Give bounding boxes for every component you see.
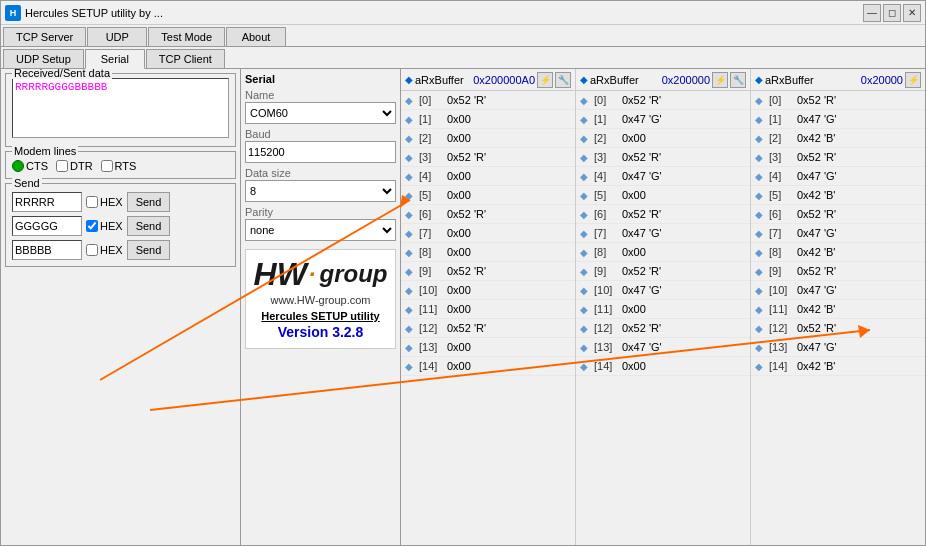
table-row[interactable]: ◆[4]0x00 (401, 167, 575, 186)
table-row[interactable]: ◆[5]0x00 (576, 186, 750, 205)
table-row[interactable]: ◆[8]0x00 (576, 243, 750, 262)
col-icon-1: ◆ (580, 74, 588, 85)
tab-udp-setup[interactable]: UDP Setup (3, 49, 84, 68)
table-row[interactable]: ◆[3]0x52 'R' (401, 148, 575, 167)
table-row[interactable]: ◆[13]0x00 (401, 338, 575, 357)
data-rows-0: ◆[0]0x52 'R'◆[1]0x00◆[2]0x00◆[3]0x52 'R'… (401, 91, 575, 545)
col-tool-icon-lightning-2[interactable]: ⚡ (905, 72, 921, 88)
row-diamond-icon: ◆ (405, 304, 415, 315)
table-row[interactable]: ◆[5]0x42 'B' (751, 186, 925, 205)
table-row[interactable]: ◆[7]0x47 'G' (576, 224, 750, 243)
table-row[interactable]: ◆[9]0x52 'R' (751, 262, 925, 281)
table-row[interactable]: ◆[12]0x52 'R' (751, 319, 925, 338)
table-row[interactable]: ◆[11]0x00 (401, 300, 575, 319)
send-input-3[interactable] (12, 240, 82, 260)
table-row[interactable]: ◆[14]0x00 (401, 357, 575, 376)
close-button[interactable]: ✕ (903, 4, 921, 22)
table-row[interactable]: ◆[5]0x00 (401, 186, 575, 205)
table-row[interactable]: ◆[2]0x00 (576, 129, 750, 148)
row-diamond-icon: ◆ (755, 152, 765, 163)
row-diamond-icon: ◆ (580, 152, 590, 163)
table-row[interactable]: ◆[7]0x00 (401, 224, 575, 243)
table-row[interactable]: ◆[2]0x00 (401, 129, 575, 148)
table-row[interactable]: ◆[6]0x52 'R' (751, 205, 925, 224)
send-input-2[interactable] (12, 216, 82, 236)
row-diamond-icon: ◆ (580, 304, 590, 315)
table-row[interactable]: ◆[8]0x42 'B' (751, 243, 925, 262)
datasize-label: Data size (245, 167, 396, 179)
table-row[interactable]: ◆[14]0x42 'B' (751, 357, 925, 376)
col-tool-icon-wrench-0[interactable]: 🔧 (555, 72, 571, 88)
datasize-select[interactable]: 8 (245, 180, 396, 202)
table-row[interactable]: ◆[1]0x47 'G' (751, 110, 925, 129)
table-row[interactable]: ◆[6]0x52 'R' (401, 205, 575, 224)
dtr-label: DTR (70, 160, 93, 172)
table-row[interactable]: ◆[1]0x00 (401, 110, 575, 129)
table-row[interactable]: ◆[14]0x00 (576, 357, 750, 376)
row-index: [5] (594, 189, 622, 201)
table-row[interactable]: ◆[13]0x47 'G' (576, 338, 750, 357)
table-row[interactable]: ◆[0]0x52 'R' (751, 91, 925, 110)
table-row[interactable]: ◆[0]0x52 'R' (576, 91, 750, 110)
table-row[interactable]: ◆[10]0x47 'G' (576, 281, 750, 300)
table-row[interactable]: ◆[11]0x00 (576, 300, 750, 319)
row-value: 0x52 'R' (797, 265, 836, 277)
tab-about[interactable]: About (226, 27, 286, 46)
tab-test-mode[interactable]: Test Mode (148, 27, 225, 46)
table-row[interactable]: ◆[3]0x52 'R' (751, 148, 925, 167)
table-row[interactable]: ◆[8]0x00 (401, 243, 575, 262)
table-row[interactable]: ◆[6]0x52 'R' (576, 205, 750, 224)
hw-version: Version 3.2.8 (254, 324, 387, 340)
row-value: 0x52 'R' (797, 94, 836, 106)
hw-letters: HW (254, 258, 307, 290)
col-tool-icon-wrench-1[interactable]: 🔧 (730, 72, 746, 88)
table-row[interactable]: ◆[10]0x00 (401, 281, 575, 300)
baud-input[interactable] (245, 141, 396, 163)
received-text-area[interactable] (12, 78, 229, 138)
table-row[interactable]: ◆[9]0x52 'R' (401, 262, 575, 281)
rts-checkbox[interactable] (101, 160, 113, 172)
send-button-2[interactable]: Send (127, 216, 171, 236)
send-input-1[interactable] (12, 192, 82, 212)
row-value: 0x52 'R' (447, 265, 486, 277)
logo-area: HW · group www.HW-group.com Hercules SET… (245, 249, 396, 349)
row-diamond-icon: ◆ (580, 361, 590, 372)
row-index: [13] (419, 341, 447, 353)
hex-checkbox-3[interactable] (86, 244, 98, 256)
table-row[interactable]: ◆[9]0x52 'R' (576, 262, 750, 281)
hex-checkbox-2[interactable] (86, 220, 98, 232)
table-row[interactable]: ◆[3]0x52 'R' (576, 148, 750, 167)
table-row[interactable]: ◆[7]0x47 'G' (751, 224, 925, 243)
table-row[interactable]: ◆[4]0x47 'G' (751, 167, 925, 186)
tab-tcp-client[interactable]: TCP Client (146, 49, 225, 68)
parity-select[interactable]: none (245, 219, 396, 241)
table-row[interactable]: ◆[13]0x47 'G' (751, 338, 925, 357)
table-row[interactable]: ◆[12]0x52 'R' (576, 319, 750, 338)
table-row[interactable]: ◆[4]0x47 'G' (576, 167, 750, 186)
modem-items: CTS DTR RTS (12, 160, 229, 172)
send-button-3[interactable]: Send (127, 240, 171, 260)
row-index: [14] (594, 360, 622, 372)
tab-udp[interactable]: UDP (87, 27, 147, 46)
col-tool-icon-lightning-1[interactable]: ⚡ (712, 72, 728, 88)
send-group-label: Send (12, 177, 42, 189)
hex-checkbox-1[interactable] (86, 196, 98, 208)
row-value: 0x52 'R' (447, 208, 486, 220)
hex-label-1: HEX (100, 196, 123, 208)
tab-serial[interactable]: Serial (85, 49, 145, 69)
table-row[interactable]: ◆[12]0x52 'R' (401, 319, 575, 338)
col-tool-icon-lightning-0[interactable]: ⚡ (537, 72, 553, 88)
minimize-button[interactable]: — (863, 4, 881, 22)
table-row[interactable]: ◆[1]0x47 'G' (576, 110, 750, 129)
table-row[interactable]: ◆[0]0x52 'R' (401, 91, 575, 110)
table-row[interactable]: ◆[11]0x42 'B' (751, 300, 925, 319)
tab-tcp-server[interactable]: TCP Server (3, 27, 86, 46)
restore-button[interactable]: ◻ (883, 4, 901, 22)
table-row[interactable]: ◆[2]0x42 'B' (751, 129, 925, 148)
send-button-1[interactable]: Send (127, 192, 171, 212)
dtr-checkbox[interactable] (56, 160, 68, 172)
name-select[interactable]: COM60 (245, 102, 396, 124)
row-index: [12] (594, 322, 622, 334)
row-index: [7] (769, 227, 797, 239)
table-row[interactable]: ◆[10]0x47 'G' (751, 281, 925, 300)
